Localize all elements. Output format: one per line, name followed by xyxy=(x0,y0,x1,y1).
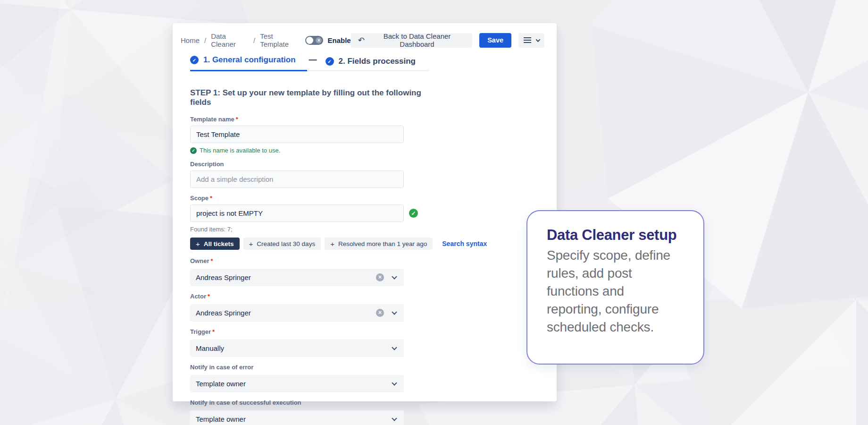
breadcrumb-separator: / xyxy=(204,36,206,44)
chevron-down-icon xyxy=(392,274,397,279)
required-asterisk: * xyxy=(236,116,238,123)
toggle-knob-icon xyxy=(306,37,313,44)
notify-success-value: Template owner xyxy=(196,415,246,423)
check-circle-icon: ✓ xyxy=(190,147,197,154)
actor-label: Actor * xyxy=(190,293,435,300)
more-actions-button[interactable] xyxy=(518,33,544,48)
template-form: STEP 1: Set up your new template by fill… xyxy=(190,88,435,425)
breadcrumb-home[interactable]: Home xyxy=(181,36,200,44)
main-panel: Home / Data Cleaner / Test Template × En… xyxy=(173,23,557,401)
notify-error-group: Notify in case of error Template owner xyxy=(190,364,435,392)
owner-label: Owner * xyxy=(190,257,435,264)
owner-select[interactable]: Andreas Springer × xyxy=(190,269,404,286)
filter-resolved-more-than-year[interactable]: + Resolved more than 1 year ago xyxy=(325,238,433,250)
step-heading: STEP 1: Set up your new template by fill… xyxy=(190,88,435,107)
wizard-stepper: ✓ 1. General configuration — ✓ 2. Fields… xyxy=(190,55,429,71)
chevron-down-icon xyxy=(392,345,397,350)
trigger-group: Trigger * Manually xyxy=(190,328,435,357)
clear-icon[interactable]: × xyxy=(376,273,384,281)
plus-icon: + xyxy=(330,240,334,247)
clear-icon[interactable]: × xyxy=(376,309,384,317)
quick-filters-row: + All tickets + Created last 30 days + R… xyxy=(190,238,435,250)
tab-general-configuration[interactable]: ✓ 1. General configuration xyxy=(190,55,307,71)
required-asterisk: * xyxy=(208,293,210,300)
required-asterisk: * xyxy=(210,257,213,264)
filter-created-last-30-days[interactable]: + Created last 30 days xyxy=(243,238,321,250)
template-name-label: Template name * xyxy=(190,116,435,123)
notify-success-group: Notify in case of successful execution T… xyxy=(190,399,435,425)
search-syntax-link[interactable]: Search syntax xyxy=(442,240,487,247)
check-circle-icon: ✓ xyxy=(190,56,199,64)
name-availability-message: ✓ This name is available to use. xyxy=(190,147,435,154)
breadcrumb: Home / Data Cleaner / Test Template xyxy=(181,32,299,48)
template-name-group: Template name * ✓ This name is available… xyxy=(190,116,435,154)
description-group: Description xyxy=(190,161,435,188)
owner-group: Owner * Andreas Springer × xyxy=(190,257,435,286)
description-input[interactable] xyxy=(190,170,404,188)
template-name-input[interactable] xyxy=(190,126,404,143)
trigger-value: Manually xyxy=(196,344,224,352)
scope-input-row: ✓ xyxy=(190,204,435,222)
save-button[interactable]: Save xyxy=(479,33,511,48)
jql-valid-icon: ✓ xyxy=(409,209,418,218)
plus-icon: + xyxy=(249,240,253,247)
back-to-dashboard-button[interactable]: ↶ Back to Data Cleaner Dashboard xyxy=(351,33,472,48)
notify-error-select[interactable]: Template owner xyxy=(190,375,404,392)
check-circle-icon: ✓ xyxy=(326,57,334,66)
chevron-down-icon xyxy=(535,37,540,42)
scope-jql-input[interactable] xyxy=(190,204,404,222)
trigger-select[interactable]: Manually xyxy=(190,340,404,357)
scope-group: Scope * ✓ Found items: 7; xyxy=(190,195,435,233)
enable-toggle[interactable]: × xyxy=(305,36,323,45)
info-callout-card: Data Cleaner setup Specify scope, define… xyxy=(526,210,704,365)
owner-value: Andreas Springer xyxy=(196,273,251,281)
actor-group: Actor * Andreas Springer × xyxy=(190,293,435,322)
notify-error-value: Template owner xyxy=(196,380,246,388)
breadcrumb-separator: / xyxy=(253,36,255,44)
required-asterisk: * xyxy=(210,195,212,202)
required-asterisk: * xyxy=(212,328,215,335)
actor-value: Andreas Springer xyxy=(196,309,251,317)
callout-body: Specify scope, define rules, add post fu… xyxy=(547,246,678,336)
notify-success-label: Notify in case of successful execution xyxy=(190,399,435,406)
trigger-label: Trigger * xyxy=(190,328,435,335)
notify-success-select[interactable]: Template owner xyxy=(190,410,404,425)
toggle-cross-icon: × xyxy=(316,37,322,43)
callout-title: Data Cleaner setup xyxy=(547,227,690,244)
hamburger-icon xyxy=(524,37,531,43)
plus-icon: + xyxy=(196,240,200,247)
header-bar: Home / Data Cleaner / Test Template × En… xyxy=(181,33,544,48)
undo-arrow-icon: ↶ xyxy=(358,36,365,44)
enable-toggle-label: Enable xyxy=(327,36,351,44)
step-separator: — xyxy=(309,55,317,70)
actor-select[interactable]: Andreas Springer × xyxy=(190,304,404,322)
chevron-down-icon xyxy=(392,380,397,385)
chevron-down-icon xyxy=(392,416,397,421)
step-2-label: 2. Fields processing xyxy=(339,57,416,66)
notify-error-label: Notify in case of error xyxy=(190,364,435,371)
step-1-label: 1. General configuration xyxy=(203,55,296,65)
breadcrumb-data-cleaner[interactable]: Data Cleaner xyxy=(211,32,249,48)
description-label: Description xyxy=(190,161,435,168)
tab-fields-processing[interactable]: ✓ 2. Fields processing xyxy=(326,57,416,71)
back-button-label: Back to Data Cleaner Dashboard xyxy=(369,32,465,48)
scope-label: Scope * xyxy=(190,195,435,202)
breadcrumb-current-page: Test Template xyxy=(260,32,299,48)
found-items-counter: Found items: 7; xyxy=(190,226,435,233)
filter-all-tickets[interactable]: + All tickets xyxy=(190,238,240,250)
chevron-down-icon xyxy=(392,309,397,314)
